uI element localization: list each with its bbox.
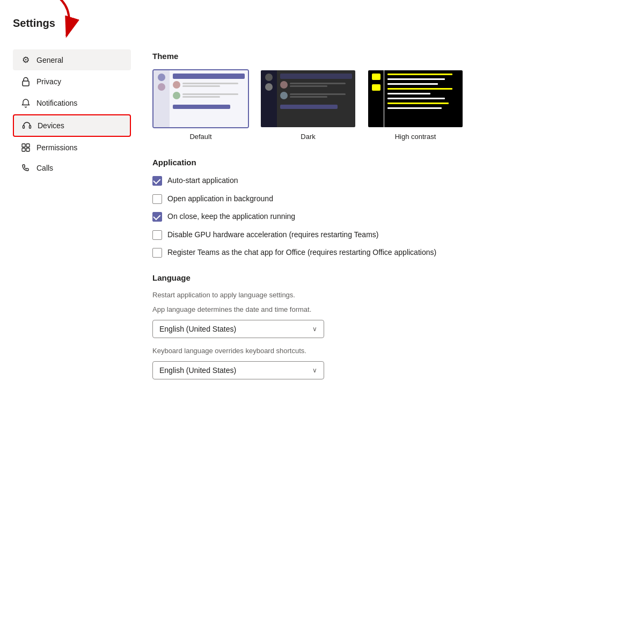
theme-title: Theme — [152, 52, 577, 61]
lock-icon — [20, 77, 31, 86]
theme-dark-main — [277, 70, 355, 127]
theme-card-hc[interactable]: High contrast — [367, 69, 464, 141]
checkbox-disable-gpu[interactable] — [152, 230, 162, 240]
svg-rect-5 — [22, 148, 25, 151]
theme-row: Default — [152, 69, 577, 141]
sidebar-item-general[interactable]: ⚙ General — [13, 49, 131, 70]
sidebar: ⚙ General Privacy Notifications — [13, 49, 131, 388]
theme-dark-sidebar — [261, 70, 277, 127]
checkbox-label-disable-gpu: Disable GPU hardware acceleration (requi… — [167, 230, 378, 240]
checkbox-row-keep-running: On close, keep the application running — [152, 211, 577, 222]
theme-default-label: Default — [189, 133, 211, 141]
phone-icon — [20, 164, 31, 172]
app-language-dropdown[interactable]: English (United States) ∨ — [152, 320, 324, 338]
theme-card-default[interactable]: Default — [152, 69, 249, 141]
sidebar-item-label: Notifications — [36, 99, 77, 107]
svg-rect-0 — [23, 81, 29, 86]
checkbox-register-teams[interactable] — [152, 248, 162, 258]
theme-default-sidebar — [153, 70, 170, 127]
sidebar-item-label: Permissions — [36, 143, 77, 152]
theme-default-main — [170, 70, 248, 127]
svg-rect-6 — [26, 148, 30, 151]
theme-preview-default[interactable] — [152, 69, 249, 128]
gear-icon: ⚙ — [20, 55, 31, 65]
checkbox-row-auto-start: Auto-start application — [152, 175, 577, 186]
checkbox-row-register-teams: Register Teams as the chat app for Offic… — [152, 247, 577, 258]
language-keyboard-desc: Keyboard language overrides keyboard sho… — [152, 347, 577, 355]
language-app-desc: App language determines the date and tim… — [152, 305, 577, 313]
svg-rect-3 — [22, 144, 25, 147]
theme-preview-hc[interactable] — [367, 69, 464, 128]
checkbox-row-disable-gpu: Disable GPU hardware acceleration (requi… — [152, 230, 577, 240]
sidebar-item-notifications[interactable]: Notifications — [13, 93, 131, 113]
app-language-value: English (United States) — [159, 325, 236, 333]
theme-hc-label: High contrast — [395, 133, 436, 141]
keyboard-language-dropdown[interactable]: English (United States) ∨ — [152, 361, 324, 379]
theme-hc-sidebar — [368, 70, 384, 127]
language-title: Language — [152, 273, 577, 282]
checkbox-label-open-background: Open application in background — [167, 194, 273, 204]
theme-hc-main — [384, 70, 463, 127]
chevron-down-icon-2: ∨ — [312, 367, 317, 374]
sidebar-item-label: Devices — [38, 121, 64, 130]
language-section: Language Restart application to apply la… — [152, 273, 577, 379]
checkbox-keep-running[interactable] — [152, 212, 162, 222]
headset-icon — [21, 121, 32, 130]
keyboard-language-value: English (United States) — [159, 366, 236, 375]
sidebar-item-calls[interactable]: Calls — [13, 158, 131, 178]
main-content: Theme — [131, 49, 577, 388]
checkbox-row-open-background: Open application in background — [152, 194, 577, 204]
grid-icon — [20, 143, 31, 152]
checkbox-label-auto-start: Auto-start application — [167, 175, 238, 186]
theme-preview-dark[interactable] — [260, 69, 356, 128]
svg-rect-1 — [23, 126, 25, 128]
application-section: Application Auto-start application Open … — [152, 158, 577, 258]
application-title: Application — [152, 158, 577, 167]
svg-rect-4 — [26, 144, 30, 147]
checkbox-open-background[interactable] — [152, 194, 162, 204]
theme-dark-label: Dark — [301, 133, 315, 141]
language-restart-note: Restart application to apply language se… — [152, 291, 577, 299]
theme-section: Theme — [152, 52, 577, 141]
sidebar-item-permissions[interactable]: Permissions — [13, 138, 131, 157]
sidebar-item-label: Calls — [36, 164, 53, 172]
sidebar-item-label: Privacy — [36, 77, 61, 86]
svg-rect-2 — [30, 126, 31, 128]
sidebar-item-devices[interactable]: Devices — [13, 114, 131, 137]
chevron-down-icon: ∨ — [312, 325, 317, 333]
checkbox-auto-start[interactable] — [152, 176, 162, 186]
checkbox-label-keep-running: On close, keep the application running — [167, 211, 295, 222]
theme-card-dark[interactable]: Dark — [260, 69, 356, 141]
checkbox-label-register-teams: Register Teams as the chat app for Offic… — [167, 247, 436, 258]
bell-icon — [20, 98, 31, 108]
sidebar-item-privacy[interactable]: Privacy — [13, 71, 131, 92]
page-title: Settings — [13, 17, 55, 30]
sidebar-item-label: General — [36, 56, 63, 64]
